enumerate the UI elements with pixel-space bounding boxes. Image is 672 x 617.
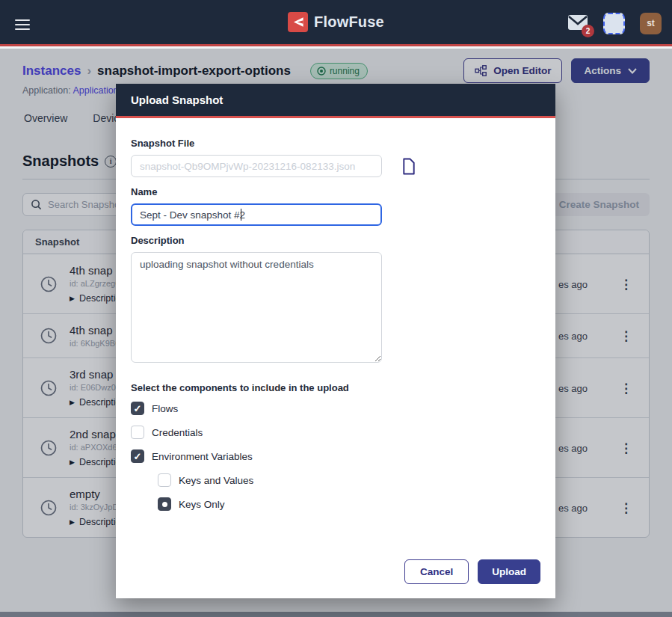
- option-checkbox[interactable]: [158, 497, 171, 511]
- description-textarea[interactable]: [131, 252, 382, 363]
- flowfuse-logo-text: FlowFuse: [314, 13, 384, 31]
- modal-title: Upload Snapshot: [131, 93, 223, 106]
- snapshot-file-label: Snapshot File: [131, 138, 540, 149]
- option-checkbox[interactable]: ✓: [131, 449, 144, 463]
- component-option: Credentials: [131, 420, 540, 444]
- modal-header: Upload Snapshot: [116, 84, 555, 118]
- option-label: Environment Variables: [152, 451, 253, 462]
- upload-button[interactable]: Upload: [478, 559, 540, 584]
- option-label: Credentials: [152, 427, 203, 438]
- snapshot-file-row: [131, 155, 540, 177]
- text-cursor: [241, 209, 241, 221]
- modal-body: Snapshot File Name Description Select th…: [116, 118, 555, 559]
- option-label: Keys Only: [179, 499, 225, 510]
- component-option: Keys Only: [158, 492, 540, 516]
- flowfuse-logo-icon: [288, 12, 308, 32]
- flowfuse-logo: FlowFuse: [288, 12, 384, 32]
- option-label: Keys and Values: [179, 475, 253, 486]
- upload-snapshot-modal: Upload Snapshot Snapshot File Name Descr…: [116, 84, 555, 598]
- navbar-right-group: 2 st: [567, 0, 662, 46]
- user-avatar[interactable]: st: [640, 13, 662, 34]
- component-option: Keys and Values: [158, 468, 540, 492]
- app-window: FlowFuse 2 st Instances › snapshot-impor…: [0, 0, 672, 617]
- top-navbar: FlowFuse 2 st: [0, 0, 672, 46]
- option-label: Flows: [152, 403, 178, 414]
- components-options: ✓ Flows Credentials ✓ Environment Variab…: [131, 396, 540, 516]
- cancel-button[interactable]: Cancel: [404, 559, 469, 584]
- option-checkbox[interactable]: [158, 473, 171, 487]
- components-label: Select the components to include in the …: [131, 382, 540, 393]
- notifications-mail-icon[interactable]: 2: [567, 14, 588, 32]
- option-checkbox[interactable]: ✓: [131, 402, 144, 415]
- name-field-wrap: [131, 203, 382, 226]
- name-input[interactable]: [131, 203, 382, 226]
- hamburger-menu-icon[interactable]: [15, 16, 30, 33]
- component-option: ✓ Environment Variables: [131, 444, 540, 468]
- notifications-badge: 2: [582, 25, 594, 37]
- name-label: Name: [131, 186, 540, 197]
- team-avatar-icon[interactable]: [603, 13, 625, 34]
- file-picker-icon[interactable]: [401, 158, 416, 175]
- snapshot-file-input[interactable]: [131, 155, 382, 177]
- component-option: ✓ Flows: [131, 396, 540, 420]
- option-checkbox[interactable]: [131, 426, 144, 439]
- modal-footer: Cancel Upload: [116, 559, 555, 598]
- description-label: Description: [131, 235, 540, 246]
